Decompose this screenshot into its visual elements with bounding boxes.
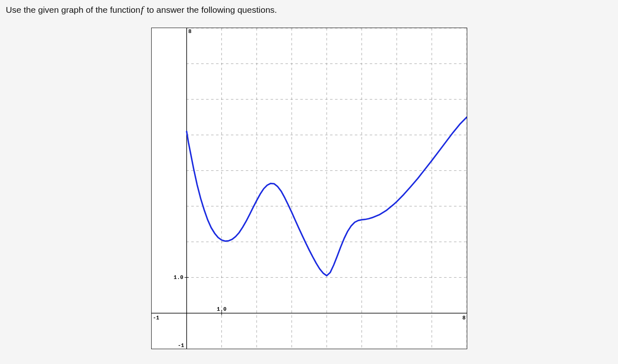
prompt-variable: f xyxy=(140,4,145,15)
svg-text:1.0: 1.0 xyxy=(216,306,226,312)
svg-text:1.0: 1.0 xyxy=(174,274,183,281)
prompt-pre: Use the given graph of the function xyxy=(6,5,140,14)
svg-text:-1: -1 xyxy=(153,315,159,321)
prompt-post: to answer the following questions. xyxy=(144,5,277,14)
svg-rect-16 xyxy=(152,28,187,313)
svg-text:-1: -1 xyxy=(178,343,184,349)
svg-text:8: 8 xyxy=(188,28,191,35)
question-prompt: Use the given graph of the functionf to … xyxy=(6,4,612,15)
function-graph: 81.0-1-11.08 xyxy=(151,28,467,349)
svg-text:8: 8 xyxy=(462,315,466,321)
